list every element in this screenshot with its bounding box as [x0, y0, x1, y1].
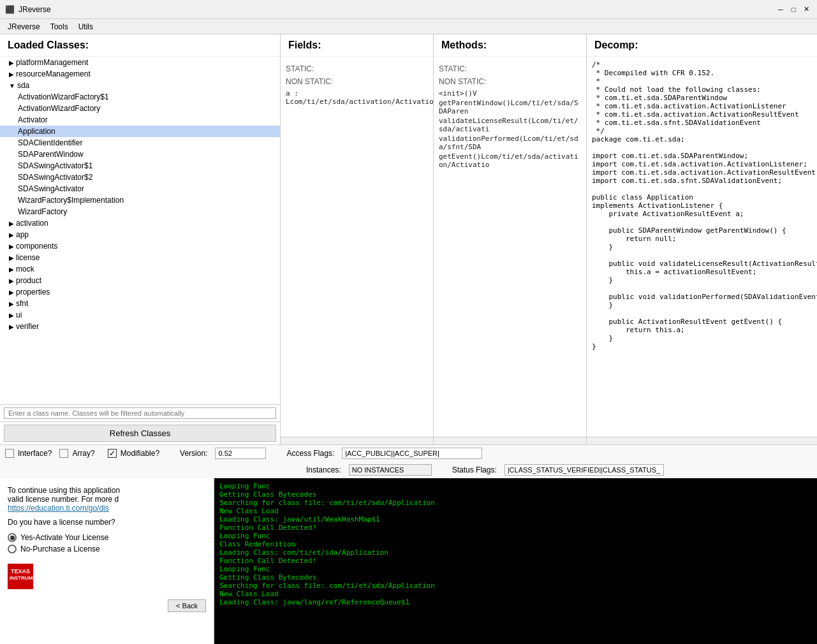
tree-item[interactable]: SDAParentWindow: [0, 149, 280, 160]
tree-item[interactable]: ▶ platformManagement: [0, 57, 280, 68]
method-item-2[interactable]: validateLicenseResult(Lcom/ti/et/sda/act…: [439, 116, 581, 134]
field-item-0[interactable]: a : Lcom/ti/et/sda/activation/Activation…: [286, 89, 428, 106]
tree-arrow[interactable]: ▶: [9, 300, 14, 307]
tree-item[interactable]: ActivationWizardFactory$1: [0, 91, 280, 103]
radio-no-label: No-Purchase a License: [20, 545, 100, 553]
tree-arrow[interactable]: ▶: [9, 254, 14, 261]
refresh-classes-button[interactable]: Refresh Classes: [4, 425, 276, 442]
tree-arrow[interactable]: ▶: [9, 266, 14, 273]
window-controls[interactable]: ─ □ ✕: [775, 4, 812, 15]
tree-arrow[interactable]: ▼: [9, 82, 15, 89]
tree-item-label: platformManagement: [16, 58, 88, 67]
tree-item-label: WizardFactory: [18, 207, 67, 216]
tree-item-label: resourceManagement: [16, 70, 91, 78]
tree-item[interactable]: ▶ license: [0, 252, 280, 263]
tree-item-label: SDASwingActivator: [18, 184, 84, 193]
tree-item[interactable]: WizardFactory$Implementation: [0, 194, 280, 206]
modifiable-checkbox[interactable]: ✓: [108, 449, 117, 458]
minimize-button[interactable]: ─: [775, 4, 786, 15]
tree-item[interactable]: ▶ activation: [0, 217, 280, 229]
fields-header: Fields:: [281, 34, 433, 57]
decomp-panel: Decomp: /* * Decompiled with CFR 0.152. …: [587, 34, 817, 444]
tree-item[interactable]: SDASwingActivator: [0, 183, 280, 194]
method-item-1[interactable]: getParentWindow()Lcom/ti/et/sda/SDAParen: [439, 98, 581, 116]
array-checkbox[interactable]: [59, 449, 68, 458]
decomp-scrollbar-h[interactable]: [587, 437, 817, 444]
decomp-content[interactable]: /* * Decompiled with CFR 0.152. * * Coul…: [587, 57, 817, 437]
tree-arrow[interactable]: ▶: [9, 71, 14, 78]
tree-item[interactable]: ▶ sfnt: [0, 298, 280, 309]
tree-item-label: verifier: [16, 322, 39, 331]
svg-text:TEXAS: TEXAS: [11, 568, 30, 574]
tree-item[interactable]: ▶ resourceManagement: [0, 68, 280, 80]
instances-input[interactable]: [349, 464, 432, 476]
tree-item-label: sfnt: [16, 299, 28, 308]
tree-item-label: components: [16, 242, 57, 251]
tree-item[interactable]: ▶ components: [0, 240, 280, 252]
tree-arrow[interactable]: ▶: [9, 289, 14, 296]
license-question: Do you have a license number?: [8, 518, 206, 527]
tree-item[interactable]: Activator: [0, 114, 280, 126]
radio-no-item[interactable]: No-Purchase a License: [8, 545, 206, 553]
tree-item[interactable]: SDASwingActivator$2: [0, 172, 280, 183]
methods-nonstatic-label: NON STATIC:: [439, 77, 581, 86]
tree-item-label: product: [16, 276, 41, 285]
tree-item-label: Application: [18, 127, 55, 136]
tree-arrow[interactable]: ▶: [9, 277, 14, 284]
menu-jreverse[interactable]: JReverse: [3, 21, 45, 33]
methods-header: Methods:: [434, 34, 586, 57]
tree-item-label: ui: [16, 311, 22, 319]
filter-input[interactable]: [4, 407, 276, 419]
tree-arrow[interactable]: ▶: [9, 231, 14, 238]
tree-item[interactable]: ▶ verifier: [0, 321, 280, 332]
fields-nonstatic-label: NON STATIC:: [286, 77, 428, 86]
tree-item[interactable]: ▶ ui: [0, 309, 280, 321]
tree-item[interactable]: WizardFactory: [0, 206, 280, 217]
fields-scrollbar[interactable]: [281, 437, 433, 444]
loaded-classes-header: Loaded Classes:: [0, 34, 280, 57]
radio-yes-circle: [8, 533, 17, 542]
tree-item[interactable]: SDASwingActivator$1: [0, 160, 280, 172]
tree-item[interactable]: ▼ sda: [0, 80, 280, 91]
license-link[interactable]: https://education.ti.com/go/dis: [8, 504, 109, 513]
method-item-0[interactable]: <init>()V: [439, 89, 581, 98]
access-flags-input[interactable]: [342, 448, 482, 459]
menu-utils[interactable]: Utils: [73, 21, 98, 33]
tree-item-label: SDAParentWindow: [18, 150, 84, 159]
radio-no-circle: [8, 545, 17, 553]
tree-item-label: SDASwingActivator$2: [18, 173, 92, 182]
menu-tools[interactable]: Tools: [45, 21, 73, 33]
tree-item[interactable]: Application: [0, 126, 280, 137]
menu-bar: JReverse Tools Utils: [0, 19, 817, 34]
tree-item[interactable]: ▶ mock: [0, 263, 280, 275]
fields-content: STATIC: NON STATIC: a : Lcom/ti/et/sda/a…: [281, 57, 433, 437]
method-item-4[interactable]: getEvent()Lcom/ti/et/sda/activation/Acti…: [439, 152, 581, 170]
license-text2: valid license number. For more d: [8, 495, 206, 504]
method-item-3[interactable]: validationPerformed(Lcom/ti/et/sda/sfnt/…: [439, 134, 581, 152]
tree-item-label: mock: [16, 265, 34, 274]
back-button[interactable]: < Back: [168, 599, 206, 612]
interface-checkbox[interactable]: [5, 449, 14, 458]
tree-arrow[interactable]: ▶: [9, 312, 14, 319]
class-tree[interactable]: ▶ platformManagement▶ resourceManagement…: [0, 57, 280, 405]
tree-arrow[interactable]: ▶: [9, 59, 14, 66]
maximize-button[interactable]: □: [788, 4, 799, 15]
tree-item[interactable]: ▶ properties: [0, 286, 280, 298]
tree-item[interactable]: ▶ app: [0, 229, 280, 240]
radio-yes-label: Yes-Activate Your License: [20, 533, 108, 542]
status-flags-input[interactable]: [504, 464, 664, 476]
loaded-classes-panel: Loaded Classes: ▶ platformManagement▶ re…: [0, 34, 281, 444]
tree-arrow[interactable]: ▶: [9, 243, 14, 250]
tree-item[interactable]: ▶ product: [0, 275, 280, 286]
methods-scrollbar[interactable]: [434, 437, 586, 444]
tree-arrow[interactable]: ▶: [9, 220, 14, 227]
version-input[interactable]: [215, 448, 266, 459]
panels-row: Loaded Classes: ▶ platformManagement▶ re…: [0, 34, 817, 444]
tree-item-label: sda: [17, 81, 29, 90]
tree-item[interactable]: ActivationWizardFactory: [0, 103, 280, 114]
tree-arrow[interactable]: ▶: [9, 323, 14, 330]
radio-yes-item[interactable]: Yes-Activate Your License: [8, 533, 206, 542]
tree-item[interactable]: SDAClientIdentifier: [0, 137, 280, 149]
close-button[interactable]: ✕: [800, 4, 812, 15]
main-container: Loaded Classes: ▶ platformManagement▶ re…: [0, 34, 817, 644]
